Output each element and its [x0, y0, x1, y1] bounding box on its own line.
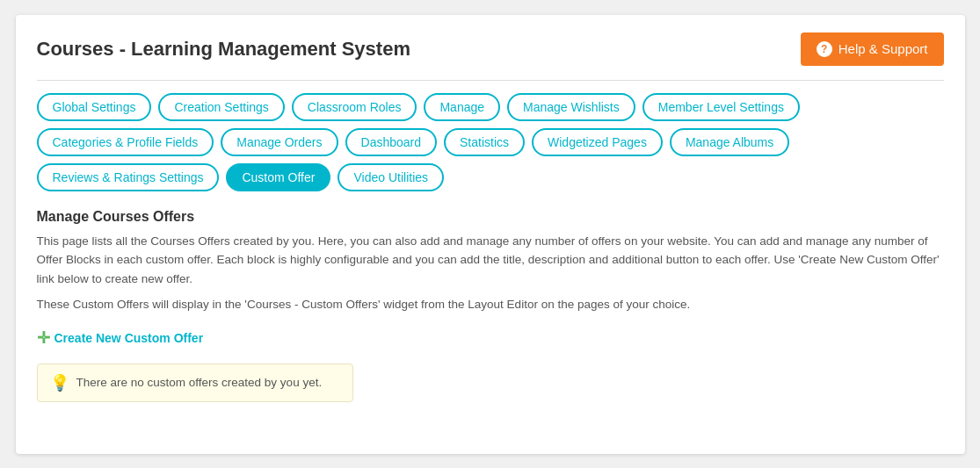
nav-btn-classroom-roles[interactable]: Classroom Roles	[292, 93, 417, 121]
nav-row-1: Global SettingsCreation SettingsClassroo…	[37, 93, 944, 121]
divider	[37, 80, 944, 81]
header-row: Courses - Learning Management System ? H…	[37, 32, 944, 66]
nav-btn-manage-albums[interactable]: Manage Albums	[670, 128, 789, 156]
nav-btn-categories-profile-fields[interactable]: Categories & Profile Fields	[37, 128, 214, 156]
nav-btn-member-level-settings[interactable]: Member Level Settings	[642, 93, 800, 121]
plus-icon: ✛	[37, 328, 50, 348]
notice-text: There are no custom offers created by yo…	[76, 376, 323, 389]
section-description-2: These Custom Offers will display in the …	[37, 295, 944, 314]
help-icon: ?	[817, 41, 832, 57]
section-description: This page lists all the Courses Offers c…	[37, 232, 944, 289]
nav-btn-dashboard[interactable]: Dashboard	[345, 128, 438, 156]
nav-btn-manage-wishlists[interactable]: Manage Wishlists	[507, 93, 635, 121]
nav-btn-creation-settings[interactable]: Creation Settings	[158, 93, 284, 121]
nav-btn-global-settings[interactable]: Global Settings	[37, 93, 152, 121]
nav-btn-widgetized-pages[interactable]: Widgetized Pages	[532, 128, 663, 156]
create-link-label: Create New Custom Offer	[54, 331, 204, 345]
help-support-button[interactable]: ? Help & Support	[801, 32, 944, 66]
create-new-custom-offer-link[interactable]: ✛ Create New Custom Offer	[37, 328, 204, 348]
section-title: Manage Courses Offers	[37, 209, 944, 225]
notice-box: 💡 There are no custom offers created by …	[37, 364, 353, 402]
bulb-icon: 💡	[50, 373, 69, 392]
nav-btn-video-utilities[interactable]: Video Utilities	[338, 163, 444, 191]
nav-btn-manage-orders[interactable]: Manage Orders	[221, 128, 338, 156]
nav-btn-manage[interactable]: Manage	[424, 93, 500, 121]
nav-rows: Global SettingsCreation SettingsClassroo…	[37, 93, 944, 191]
nav-row-2: Categories & Profile FieldsManage Orders…	[37, 128, 944, 156]
nav-btn-statistics[interactable]: Statistics	[444, 128, 525, 156]
nav-btn-custom-offer[interactable]: Custom Offer	[226, 163, 330, 191]
main-container: Courses - Learning Management System ? H…	[16, 15, 965, 454]
help-support-label: Help & Support	[838, 41, 928, 56]
nav-row-3: Reviews & Ratings SettingsCustom OfferVi…	[37, 163, 944, 191]
nav-btn-reviews-ratings-settings[interactable]: Reviews & Ratings Settings	[37, 163, 220, 191]
page-title: Courses - Learning Management System	[37, 38, 410, 61]
